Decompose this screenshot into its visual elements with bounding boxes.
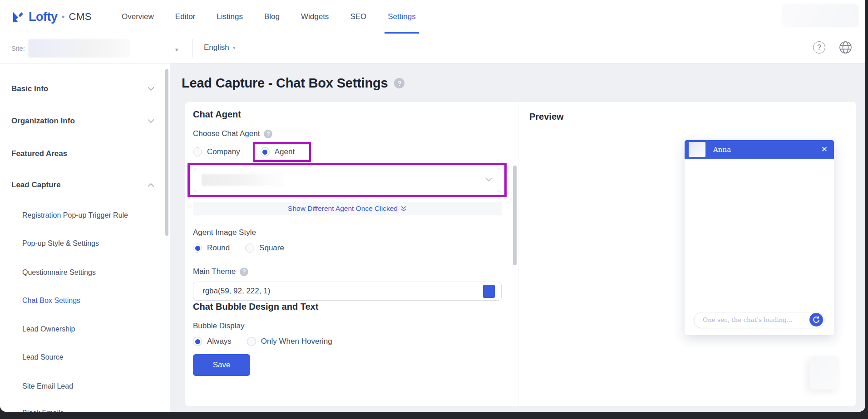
chat-message-input[interactable]: One sec, the chat's loading... [694,312,824,328]
sidebar-item-block-emails[interactable]: Block Emails [0,409,170,412]
radio-always[interactable]: Always [193,337,232,346]
site-toolbar: Site: ▾ English ▾ ? [0,34,865,63]
nav-item-widgets[interactable]: Widgets [301,0,329,34]
image-style-radio-group: Round Square [193,244,518,253]
radio-circle-selected[interactable] [193,337,202,346]
chat-box-form: Chat Agent Choose Chat Agent ? Company A… [185,102,518,406]
choose-chat-agent-help-icon[interactable]: ? [264,130,272,138]
chat-agent-heading: Chat Agent [193,108,518,120]
app-window: Lofty • CMS Overview Editor Listings Blo… [0,0,865,412]
sidebar-item-questionnaire-settings[interactable]: Questionnaire Settings [0,268,170,277]
radio-round[interactable]: Round [193,244,230,253]
nav-item-editor[interactable]: Editor [175,0,195,34]
preview-heading: Preview [529,112,564,122]
agent-select-dropdown[interactable] [194,168,500,192]
chat-loading-button[interactable] [809,313,823,326]
agent-type-radio-group: Company Agent [193,142,518,162]
bubble-display-label: Bubble Display [193,322,518,331]
globe-icon[interactable] [838,40,853,54]
preview-panel: Preview Anna ✕ One sec, the chat's loadi… [518,102,856,406]
close-icon[interactable]: ✕ [821,146,828,153]
agent-avatar-blurred [689,142,705,157]
sidebar-section-featured-areas[interactable]: Featured Areas [0,149,170,158]
chevron-down-icon [148,119,154,123]
radio-company[interactable]: Company [193,147,240,156]
sidebar-item-registration-popup-trigger-rule[interactable]: Registration Pop-up Trigger Rule [0,211,170,219]
choose-chat-agent-label: Choose Chat Agent ? [193,129,518,138]
radio-circle[interactable] [193,147,202,156]
sidebar-item-chat-box-settings[interactable]: Chat Box Settings [0,297,170,305]
toolbar-divider [192,39,193,58]
double-chevron-down-icon [400,206,407,212]
chat-bubble-heading: Chat Bubble Design and Text [193,301,518,312]
brand-separator: • [61,12,64,22]
nav-item-overview[interactable]: Overview [122,0,154,34]
site-label: Site: [11,44,25,52]
annotation-box-agent-select [187,163,507,197]
chat-widget-header: Anna ✕ [685,140,834,159]
site-name-blurred [28,39,130,58]
brand-product: CMS [69,11,92,23]
chevron-down-icon [148,87,154,91]
show-different-agent-strip: Show Different Agent Once Clicked [193,202,502,215]
chat-bubble-blurred [809,356,839,390]
sidebar-section-basic-info[interactable]: Basic Info [0,84,170,93]
settings-card: Chat Agent Choose Chat Agent ? Company A… [185,102,856,406]
sidebar-item-popup-style-settings[interactable]: Pop-up Style & Settings [0,239,170,248]
radio-agent[interactable]: Agent [261,147,295,156]
radio-square[interactable]: Square [245,244,284,253]
show-different-agent-link[interactable]: Show Different Agent Once Clicked [288,205,407,213]
page-help-icon[interactable]: ? [394,78,404,88]
sidebar-section-organization-info[interactable]: Organization Info [0,117,170,126]
color-swatch[interactable] [483,285,495,298]
sidebar-section-lead-capture[interactable]: Lead Capture [0,180,170,190]
radio-only-when-hovering[interactable]: Only When Hovering [247,337,332,346]
page-title: Lead Capture - Chat Box Settings [182,76,388,91]
site-dropdown[interactable]: ▾ [175,46,178,53]
brand-logo[interactable]: Lofty • CMS [11,0,92,34]
main-content: Lead Capture - Chat Box Settings ? Chat … [170,63,865,412]
agent-name-blurred [202,174,284,186]
sidebar-item-lead-source[interactable]: Lead Source [0,353,170,361]
chat-widget-preview: Anna ✕ One sec, the chat's loading... [685,140,834,335]
sidebar-scrollbar[interactable] [165,69,168,236]
nav-item-seo[interactable]: SEO [350,0,366,34]
brand-name: Lofty [29,10,57,24]
nav-item-listings[interactable]: Listings [217,0,243,34]
agent-image-style-label: Agent Image Style [193,228,518,237]
radio-circle[interactable] [245,244,254,253]
sidebar-item-lead-ownership[interactable]: Lead Ownership [0,325,170,333]
top-nav: Lofty • CMS Overview Editor Listings Blo… [0,0,865,34]
page-header: Lead Capture - Chat Box Settings ? [182,76,865,91]
chevron-down-icon [485,177,492,182]
agent-name: Anna [713,146,731,154]
nav-item-settings[interactable]: Settings [388,0,415,34]
chevron-up-icon [148,183,154,187]
annotation-box-agent: Agent [253,142,311,162]
main-theme-label: Main Theme ? [193,267,518,276]
settings-sidebar: Basic Info Organization Info Featured Ar… [0,63,170,412]
radio-circle-selected[interactable] [261,147,270,156]
bubble-display-radio-group: Always Only When Hovering [193,337,518,346]
language-selector[interactable]: English ▾ [204,43,236,52]
user-area-blurred [782,4,859,27]
radio-circle-selected[interactable] [193,244,202,253]
main-nav: Overview Editor Listings Blog Widgets SE… [122,0,416,34]
radio-circle[interactable] [247,337,256,346]
sidebar-item-site-email-lead[interactable]: Site Email Lead [0,382,170,390]
form-scrollbar[interactable] [513,166,517,265]
chat-input-placeholder: One sec, the chat's loading... [703,316,793,323]
main-theme-value: rgba(59, 92, 222, 1) [202,287,270,296]
lofty-logo-icon [11,10,25,24]
language-label: English [204,43,229,52]
help-icon[interactable]: ? [813,41,825,54]
save-button[interactable]: Save [193,354,250,376]
main-theme-help-icon[interactable]: ? [240,268,248,276]
nav-item-blog[interactable]: Blog [264,0,280,34]
caret-down-icon: ▾ [233,44,236,51]
main-theme-input[interactable]: rgba(59, 92, 222, 1) [193,282,502,301]
